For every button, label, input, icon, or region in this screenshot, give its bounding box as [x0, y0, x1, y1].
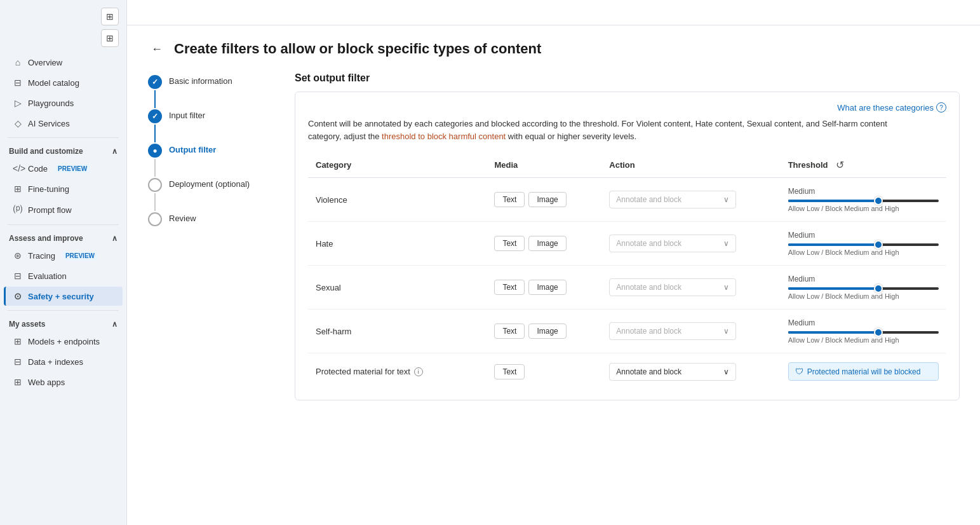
divider-3: [8, 310, 119, 311]
action-protected-text: Annotate and block ∨: [601, 353, 780, 390]
sidebar-collapse-btn[interactable]: ⊞: [101, 8, 119, 25]
slider-fill-violence: [788, 200, 878, 202]
divider-2: [8, 224, 119, 225]
sidebar-item-code[interactable]: </> Code PREVIEW: [4, 159, 123, 178]
shield-icon: 🛡: [795, 367, 803, 376]
slider-fill-sexual: [788, 287, 878, 290]
sidebar-item-ai-services[interactable]: ◇ AI Services: [4, 114, 123, 133]
slider-thumb-violence[interactable]: [874, 196, 883, 205]
slider-thumb-sexual[interactable]: [874, 284, 883, 293]
fine-tuning-icon: ⊞: [13, 184, 23, 194]
media-hate: Text Image: [487, 222, 601, 266]
sidebar-item-web-apps[interactable]: ⊞ Web apps: [4, 372, 123, 392]
wizard-step-deployment[interactable]: Deployment (optional): [147, 178, 274, 212]
threshold-violence: Medium Allow Low / Block Medium and High: [781, 178, 946, 222]
chevron-up-icon-2: ∧: [112, 234, 117, 243]
connector-2: [154, 125, 156, 142]
table-header-row: Category Media Action Threshold ↺: [308, 153, 946, 178]
data-indexes-icon: ⊟: [13, 357, 23, 367]
ai-services-icon: ◇: [13, 118, 23, 128]
sidebar-item-models-endpoints[interactable]: ⊞ Models + endpoints: [4, 332, 123, 351]
wizard-layout: ✓ Basic information ✓ Input filter: [147, 72, 960, 400]
hate-image-btn[interactable]: Image: [528, 236, 566, 251]
self-harm-action-dropdown[interactable]: Annotate and block ∨: [609, 322, 736, 340]
chevron-up-icon-3: ∧: [112, 320, 117, 329]
th-action: Action: [601, 153, 780, 178]
what-are-categories-link[interactable]: What are these categories ?: [837, 102, 946, 112]
step-label-output-filter: Output filter: [169, 144, 216, 154]
sidebar-item-safety-security[interactable]: ⊙ Safety + security: [4, 287, 123, 306]
what-are-link-container: What are these categories ?: [308, 102, 946, 112]
protected-text-btn[interactable]: Text: [494, 364, 525, 379]
sidebar: ⊞ ⊞ ⌂ Overview ⊟ Model catalog ▷ Playgro…: [0, 0, 127, 525]
slider-fill-hate: [788, 243, 878, 246]
filter-table: Category Media Action Threshold ↺: [308, 153, 946, 390]
self-harm-image-btn[interactable]: Image: [528, 324, 566, 339]
th-threshold: Threshold ↺: [781, 153, 946, 178]
model-catalog-icon: ⊟: [13, 78, 23, 88]
table-row-sexual: Sexual Text Image: [308, 266, 946, 310]
hate-text-btn[interactable]: Text: [494, 236, 525, 251]
action-hate: Annotate and block ∨: [601, 222, 780, 266]
slider-track-self-harm[interactable]: [788, 331, 939, 334]
media-sexual: Text Image: [487, 266, 601, 310]
section-assess-improve[interactable]: Assess and improve ∧: [0, 229, 126, 245]
step-indicator-review: [147, 212, 163, 226]
violence-image-btn[interactable]: Image: [528, 192, 566, 207]
media-protected-text: Text: [487, 353, 601, 390]
slider-thumb-hate[interactable]: [874, 240, 883, 249]
slider-track-violence[interactable]: [788, 200, 939, 202]
threshold-sexual: Medium Allow Low / Block Medium and High: [781, 266, 946, 310]
sidebar-item-data-indexes[interactable]: ⊟ Data + indexes: [4, 352, 123, 371]
violence-action-dropdown[interactable]: Annotate and block ∨: [609, 191, 736, 208]
media-self-harm: Text Image: [487, 310, 601, 353]
section-build-customize[interactable]: Build and customize ∧: [0, 142, 126, 158]
wizard-step-input-filter[interactable]: ✓ Input filter: [147, 109, 274, 144]
sidebar-item-playgrounds[interactable]: ▷ Playgrounds: [4, 93, 123, 112]
sexual-text-btn[interactable]: Text: [494, 280, 525, 295]
code-preview-badge: PREVIEW: [55, 165, 90, 173]
wizard-step-basic-info[interactable]: ✓ Basic information: [147, 75, 274, 109]
sidebar-item-prompt-flow[interactable]: ⒫ Prompt flow: [4, 200, 123, 220]
sexual-image-btn[interactable]: Image: [528, 280, 566, 295]
connector-1: [154, 90, 156, 108]
filter-card: What are these categories ? Content will…: [295, 92, 960, 400]
step-label-input-filter: Input filter: [169, 109, 205, 120]
slider-fill-self-harm: [788, 331, 878, 334]
slider-track-sexual[interactable]: [788, 287, 939, 290]
sexual-action-dropdown[interactable]: Annotate and block ∨: [609, 278, 736, 296]
protected-text-action-dropdown[interactable]: Annotate and block ∨: [609, 363, 736, 381]
sidebar-item-model-catalog[interactable]: ⊟ Model catalog: [4, 73, 123, 92]
models-endpoints-icon: ⊞: [13, 336, 23, 346]
hate-action-dropdown[interactable]: Annotate and block ∨: [609, 235, 736, 252]
table-row-protected-text: Protected material for text i Text: [308, 353, 946, 390]
protected-badge: 🛡 Protected material will be blocked: [788, 362, 939, 381]
slider-track-hate[interactable]: [788, 243, 939, 246]
slider-thumb-self-harm[interactable]: [874, 328, 883, 337]
chevron-up-icon: ∧: [112, 147, 117, 156]
info-icon-protected[interactable]: i: [414, 367, 423, 376]
wizard-step-review[interactable]: Review: [147, 212, 274, 226]
threshold-reset-button[interactable]: ↺: [833, 158, 847, 172]
back-button[interactable]: ←: [147, 41, 166, 57]
sidebar-expand-btn[interactable]: ⊞: [101, 29, 119, 47]
sidebar-item-tracing[interactable]: ⊛ Tracing PREVIEW: [4, 246, 123, 265]
page-area: ← Create filters to allow or block speci…: [127, 25, 980, 525]
sidebar-item-fine-tuning[interactable]: ⊞ Fine-tuning: [4, 179, 123, 198]
step-label-review: Review: [169, 212, 196, 223]
page-title: Create filters to allow or block specifi…: [174, 41, 541, 57]
sidebar-item-evaluation[interactable]: ⊟ Evaluation: [4, 266, 123, 285]
sidebar-item-overview[interactable]: ⌂ Overview: [4, 53, 123, 72]
connector-4: [154, 193, 156, 211]
self-harm-text-btn[interactable]: Text: [494, 324, 525, 339]
category-self-harm: Self-harm: [308, 310, 487, 353]
action-sexual: Annotate and block ∨: [601, 266, 780, 310]
violence-text-btn[interactable]: Text: [494, 192, 525, 207]
step-circle-deployment: [148, 178, 162, 192]
web-apps-icon: ⊞: [13, 377, 23, 387]
action-self-harm: Annotate and block ∨: [601, 310, 780, 353]
category-violence: Violence: [308, 178, 487, 222]
wizard-steps: ✓ Basic information ✓ Input filter: [147, 72, 274, 400]
wizard-step-output-filter[interactable]: ● Output filter: [147, 144, 274, 178]
section-my-assets[interactable]: My assets ∧: [0, 315, 126, 331]
